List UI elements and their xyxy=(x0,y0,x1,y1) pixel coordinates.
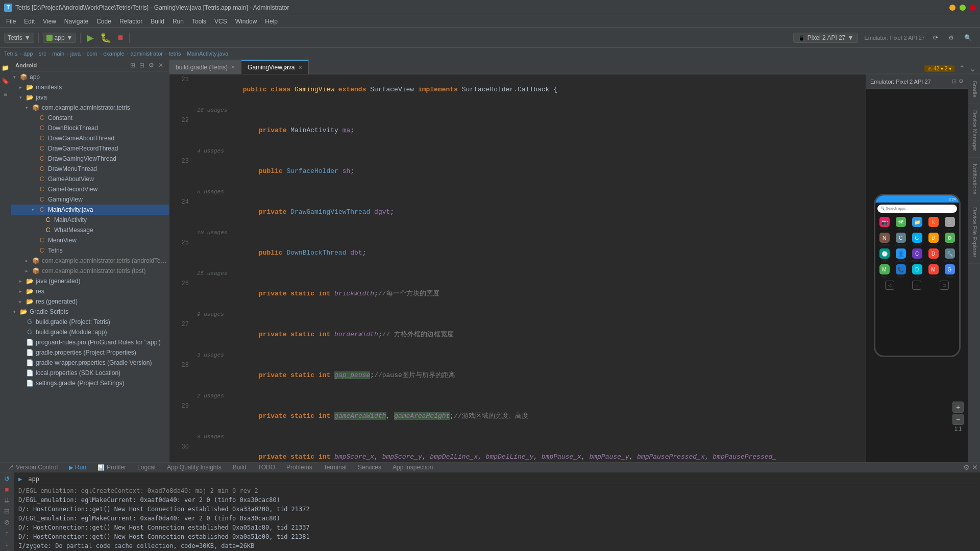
maximize-button[interactable] xyxy=(960,5,966,11)
tree-item-androidtest[interactable]: ▸ 📦 com.example.administrator.tetris (an… xyxy=(11,256,169,266)
phone-app-files[interactable]: 📁 Files xyxy=(910,217,924,231)
tree-item-manifests[interactable]: ▸ 📂 manifests xyxy=(11,82,169,92)
tree-item-tetris[interactable]: C Tetris xyxy=(11,245,169,256)
debug-button[interactable]: 🐛 xyxy=(98,32,113,43)
phone-app-darrori[interactable]: D Darrori xyxy=(926,233,941,246)
phone-back-btn[interactable]: ◁ xyxy=(885,281,894,290)
menu-navigate[interactable]: Navigate xyxy=(60,17,92,26)
bc-src[interactable]: src xyxy=(39,51,46,57)
tab-app-inspection[interactable]: App Inspection xyxy=(387,463,438,472)
tree-item-java[interactable]: ▾ 📂 java xyxy=(11,92,169,103)
phone-app-maps2[interactable]: M Maps xyxy=(877,264,892,278)
sidebar-collapse-all[interactable]: ⊟ xyxy=(138,61,146,69)
phone-app-gmail[interactable]: M Gmail xyxy=(926,264,941,278)
phone-app-photos[interactable]: 📷 Photos xyxy=(877,217,892,231)
zoom-in-button[interactable]: + xyxy=(952,402,964,413)
run-filter-button[interactable]: ⊟ xyxy=(2,507,13,515)
tab-todo[interactable]: TODO xyxy=(253,463,280,472)
phone-app-sell[interactable]: S Sell xyxy=(943,217,957,231)
tree-item-drawgamingviewthread[interactable]: C DrawGamingViewThread xyxy=(11,154,169,164)
phone-app-chrome[interactable]: ⚙ Chrome xyxy=(943,233,957,246)
menu-help[interactable]: Help xyxy=(261,17,282,26)
tab-gamingview-close[interactable]: ✕ xyxy=(298,65,302,70)
run-down-button[interactable]: ↓ xyxy=(2,539,13,548)
bc-tetris[interactable]: Tetris xyxy=(4,51,17,57)
structure-icon[interactable]: ≡ xyxy=(1,90,10,99)
menu-run[interactable]: Run xyxy=(168,17,188,26)
phone-app-calc[interactable]: C Calculator xyxy=(894,233,908,246)
tree-item-test[interactable]: ▸ 📦 com.example.administrator.tetris (te… xyxy=(11,266,169,276)
settings-button[interactable]: ⚙ xyxy=(944,32,958,43)
device-file-explorer-panel[interactable]: Device File Explorer xyxy=(968,201,980,264)
app-dropdown[interactable]: app ▼ xyxy=(43,33,77,43)
bc-java[interactable]: java xyxy=(70,51,81,57)
tab-build-gradle[interactable]: build.gradle (Tetris) ✕ xyxy=(169,60,241,74)
menu-vcs[interactable]: VCS xyxy=(210,17,231,26)
tree-item-mainactivity-class[interactable]: C MainActivity xyxy=(11,215,169,225)
project-dropdown[interactable]: Tetris ▼ xyxy=(4,33,34,43)
bc-mainactivity[interactable]: MainActivity.java xyxy=(187,51,228,57)
tree-item-gamingview[interactable]: C GamingView xyxy=(11,194,169,205)
minimize-button[interactable] xyxy=(949,5,955,11)
tab-gamingview[interactable]: GamingView.java ✕ xyxy=(241,60,309,74)
tree-item-build-gradle-project[interactable]: G build.gradle (Project: Tetris) xyxy=(11,317,169,327)
gradle-panel[interactable]: Gradle xyxy=(968,74,980,104)
phone-recent-btn[interactable]: □ xyxy=(940,281,949,290)
tab-problems[interactable]: Problems xyxy=(281,463,317,472)
bottom-settings-button[interactable]: ⚙ xyxy=(963,463,970,471)
close-button[interactable] xyxy=(970,5,976,11)
device-manager-panel[interactable]: Device Manager xyxy=(968,104,980,158)
tab-version-control[interactable]: ⎇ Version Control xyxy=(2,463,63,472)
run-stop-button[interactable]: ■ xyxy=(2,485,13,494)
bc-main[interactable]: main xyxy=(52,51,64,57)
bc-com[interactable]: com xyxy=(87,51,97,57)
tree-item-mainactivity-file[interactable]: ▾ C MainActivity.java xyxy=(11,205,169,215)
menu-view[interactable]: View xyxy=(39,17,60,26)
phone-app-google[interactable]: G Google xyxy=(943,264,957,278)
tree-item-gamerecordview[interactable]: C GameRecordView xyxy=(11,184,169,194)
tab-app-quality[interactable]: App Quality Insights xyxy=(162,463,227,472)
tree-item-settings-gradle[interactable]: 📄 settings.gradle (Project Settings) xyxy=(11,378,169,388)
emulator-settings[interactable]: ⚙ xyxy=(959,78,964,85)
phone-app-customlo[interactable]: C Custom Lo. xyxy=(910,248,924,262)
tab-run[interactable]: ▶ Run xyxy=(64,463,91,472)
run-scroll-button[interactable]: ⇊ xyxy=(2,496,13,505)
code-editor[interactable]: 21 public class GamingView extends Surfa… xyxy=(169,74,866,462)
tree-item-constant[interactable]: C Constant xyxy=(11,113,169,123)
tree-item-build-gradle-app[interactable]: G build.gradle (Module :app) xyxy=(11,327,169,337)
tab-profiler[interactable]: 📊 Profiler xyxy=(92,463,131,472)
phone-search[interactable]: 🔍 Search apps xyxy=(877,205,957,213)
tree-item-app[interactable]: ▾ 📦 app xyxy=(11,72,169,82)
phone-app-duo[interactable]: D Duo xyxy=(910,264,924,278)
tab-logcat[interactable]: Logcat xyxy=(132,463,161,472)
tab-services[interactable]: Services xyxy=(353,463,386,472)
phone-app-kikiraa[interactable]: K KiKiraa xyxy=(926,217,941,231)
menu-tools[interactable]: Tools xyxy=(188,17,210,26)
project-icon[interactable]: 📁 xyxy=(1,63,10,72)
phone-app-notebook[interactable]: N NoteBook xyxy=(877,233,892,246)
tree-item-drawgamerecordthread[interactable]: C DrawGameRecordThread xyxy=(11,143,169,154)
tree-item-downblockthread[interactable]: C DownBlockThread xyxy=(11,123,169,133)
phone-home-btn[interactable]: ○ xyxy=(912,281,921,290)
run-button[interactable]: ▶ xyxy=(85,32,96,43)
run-up-button[interactable]: ↑ xyxy=(2,529,13,537)
expand-button[interactable]: ⌄ xyxy=(969,64,976,73)
phone-app-clock[interactable]: 🕐 Clock xyxy=(877,248,892,262)
tree-item-gradle-scripts[interactable]: ▾ 📂 Gradle Scripts xyxy=(11,307,169,317)
phone-app-devtools[interactable]: 🔧 Dev Tools xyxy=(943,248,957,262)
tree-item-drawgameaboutthread[interactable]: C DrawGameAboutThread xyxy=(11,133,169,143)
phone-app-phone-vid[interactable]: 📞 Phone xyxy=(894,264,908,278)
menu-file[interactable]: File xyxy=(2,17,20,26)
menu-edit[interactable]: Edit xyxy=(20,17,39,26)
bookmarks-icon[interactable]: 🔖 xyxy=(1,77,10,86)
bottom-close-button[interactable]: ✕ xyxy=(972,463,978,471)
tree-item-java-generated[interactable]: ▸ 📂 java (generated) xyxy=(11,276,169,286)
menu-window[interactable]: Window xyxy=(231,17,261,26)
run-clear-button[interactable]: ⊘ xyxy=(2,518,13,527)
emulator-maximize[interactable]: ⊡ xyxy=(952,78,957,85)
tree-item-gradle-props[interactable]: 📄 gradle.properties (Project Properties) xyxy=(11,347,169,358)
bc-tetris-pkg[interactable]: tetris xyxy=(169,51,181,57)
collapse-button[interactable]: ⌃ xyxy=(959,64,965,73)
tab-build-gradle-close[interactable]: ✕ xyxy=(231,64,235,70)
sidebar-expand-all[interactable]: ⊞ xyxy=(129,61,137,69)
